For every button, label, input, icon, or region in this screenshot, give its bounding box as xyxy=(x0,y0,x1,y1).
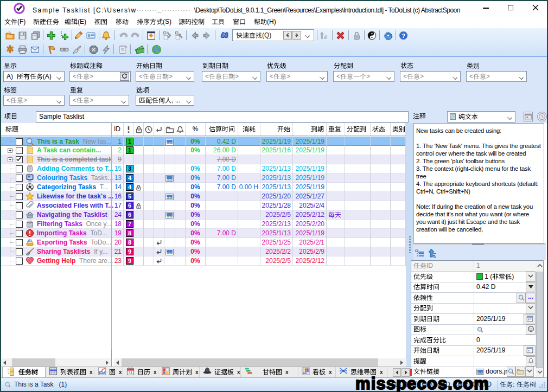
svg-text:?: ? xyxy=(402,32,405,39)
svg-text:31: 31 xyxy=(129,371,133,375)
